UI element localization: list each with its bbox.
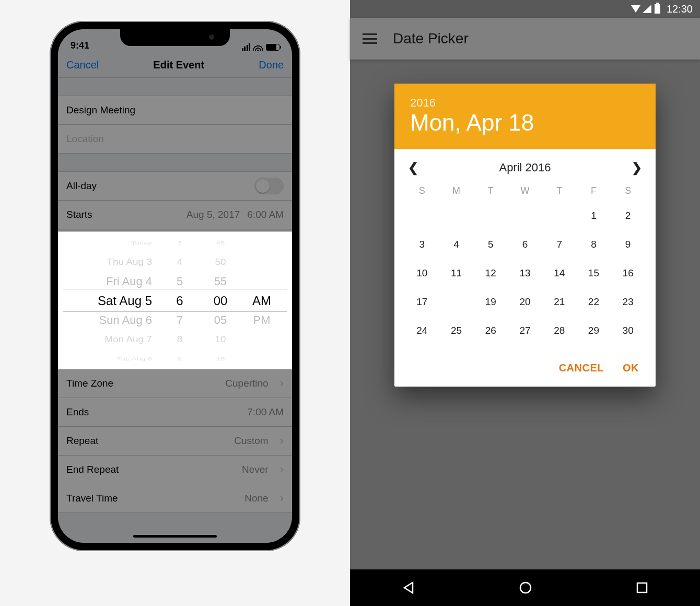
picker-option[interactable]: 45 bbox=[216, 237, 225, 248]
wifi-icon bbox=[631, 5, 640, 13]
picker-ampm-wheel[interactable]: AMPM bbox=[243, 232, 281, 369]
picker-option[interactable]: Thu Aug 3 bbox=[107, 253, 152, 270]
calendar-day[interactable]: 12 bbox=[473, 259, 508, 288]
picker-option[interactable]: 9 bbox=[178, 353, 182, 364]
android-nav-bar bbox=[350, 569, 700, 606]
picker-date-wheel[interactable]: TodayThu Aug 3Fri Aug 4Sat Aug 5Sun Aug … bbox=[69, 232, 161, 369]
picker-option[interactable]: 15 bbox=[216, 353, 225, 364]
android-app-bar: Date Picker bbox=[350, 18, 700, 60]
android-status-time: 12:30 bbox=[667, 3, 693, 15]
repeat-row[interactable]: Repeat Custom› bbox=[58, 427, 292, 455]
picker-option[interactable]: 05 bbox=[214, 310, 227, 330]
calendar-day[interactable]: 27 bbox=[508, 317, 542, 345]
calendar-day[interactable]: 29 bbox=[577, 317, 611, 345]
picker-option[interactable]: 8 bbox=[177, 331, 183, 347]
picker-hour-wheel[interactable]: 3456789 bbox=[161, 232, 198, 369]
calendar-day[interactable]: 26 bbox=[473, 317, 508, 345]
calendar-day[interactable]: 7 bbox=[542, 230, 577, 259]
calendar-day[interactable]: 28 bbox=[542, 317, 577, 345]
calendar-day[interactable]: 23 bbox=[611, 288, 645, 317]
picker-option[interactable]: Today bbox=[131, 237, 152, 248]
ends-value: 7:00 AM bbox=[247, 406, 284, 418]
calendar-day[interactable]: 15 bbox=[577, 259, 611, 288]
picker-option[interactable]: PM bbox=[253, 310, 271, 330]
calendar-day[interactable]: 2 bbox=[611, 202, 645, 230]
calendar-day[interactable]: 16 bbox=[611, 259, 645, 288]
picker-option[interactable]: 10 bbox=[215, 331, 226, 347]
repeat-label: Repeat bbox=[66, 435, 234, 447]
picker-minute-wheel[interactable]: 45505500051015 bbox=[198, 232, 243, 369]
calendar-day[interactable]: 4 bbox=[439, 230, 474, 259]
calendar-day[interactable]: 13 bbox=[508, 259, 542, 288]
calendar-day[interactable]: 10 bbox=[405, 259, 439, 288]
dialog-header: 2016 Mon, Apr 18 bbox=[394, 84, 656, 149]
chevron-right-icon: › bbox=[276, 377, 284, 390]
picker-option[interactable]: 6 bbox=[176, 291, 183, 310]
location-field[interactable]: Location bbox=[58, 125, 292, 153]
calendar-grid: 1234567891011121314151617181920212223242… bbox=[405, 202, 645, 345]
weekday-label: W bbox=[508, 180, 542, 202]
prev-month-button[interactable]: ❮ bbox=[408, 160, 418, 175]
picker-option[interactable]: 00 bbox=[214, 291, 228, 310]
calendar-day[interactable]: 5 bbox=[473, 230, 508, 259]
picker-option[interactable]: 7 bbox=[177, 310, 183, 330]
picker-option[interactable]: Sat Aug 5 bbox=[98, 291, 152, 310]
ends-row[interactable]: Ends 7:00 AM bbox=[58, 398, 292, 426]
calendar-day[interactable]: 14 bbox=[542, 259, 577, 288]
calendar-day[interactable]: 25 bbox=[439, 317, 474, 345]
end-repeat-value: Never bbox=[242, 464, 269, 475]
timezone-label: Time Zone bbox=[66, 378, 225, 389]
end-repeat-row[interactable]: End Repeat Never› bbox=[58, 456, 292, 484]
calendar-day[interactable]: 8 bbox=[577, 230, 611, 259]
back-icon[interactable] bbox=[401, 580, 416, 595]
iphone-frame: 9:41 Cancel Edit Event Done bbox=[50, 21, 300, 551]
picker-option[interactable]: 50 bbox=[215, 253, 226, 270]
home-icon[interactable] bbox=[518, 580, 533, 595]
calendar-day[interactable]: 3 bbox=[405, 230, 439, 259]
timezone-row[interactable]: Time Zone Cupertino› bbox=[58, 369, 292, 398]
picker-option[interactable]: Fri Aug 4 bbox=[106, 272, 152, 291]
svg-rect-1 bbox=[637, 583, 647, 592]
picker-option[interactable]: Mon Aug 7 bbox=[104, 331, 152, 347]
chevron-right-icon: › bbox=[276, 463, 284, 476]
calendar-day[interactable]: 24 bbox=[405, 317, 439, 345]
picker-option[interactable]: Tue Aug 8 bbox=[116, 353, 152, 364]
calendar-day[interactable]: 9 bbox=[611, 230, 645, 259]
calendar-empty-cell bbox=[542, 202, 577, 230]
picker-option[interactable]: 5 bbox=[177, 272, 183, 291]
chevron-right-icon: › bbox=[276, 434, 284, 448]
calendar-day[interactable]: 1 bbox=[577, 202, 611, 230]
cancel-button[interactable]: CANCEL bbox=[559, 362, 604, 374]
calendar-day[interactable]: 19 bbox=[473, 288, 508, 317]
calendar-day[interactable]: 30 bbox=[611, 317, 645, 345]
calendar-empty-cell bbox=[439, 202, 474, 230]
event-title-field[interactable]: Design Meeting bbox=[58, 96, 292, 124]
travel-time-row[interactable]: Travel Time None› bbox=[58, 484, 292, 512]
timezone-value: Cupertino bbox=[225, 378, 268, 389]
calendar-day[interactable]: 21 bbox=[542, 288, 577, 317]
starts-row[interactable]: Starts Aug 5, 2017 6:00 AM bbox=[58, 201, 292, 229]
ok-button[interactable]: OK bbox=[623, 362, 639, 374]
calendar-day[interactable]: 11 bbox=[439, 259, 474, 288]
calendar-day[interactable]: 17 bbox=[405, 288, 439, 317]
calendar-day[interactable]: 20 bbox=[508, 288, 542, 317]
header-year[interactable]: 2016 bbox=[410, 96, 640, 110]
picker-option[interactable]: Sun Aug 6 bbox=[99, 310, 152, 330]
picker-option[interactable]: 4 bbox=[177, 253, 183, 270]
calendar-day[interactable]: 22 bbox=[577, 288, 611, 317]
hamburger-icon[interactable] bbox=[363, 33, 377, 44]
header-date[interactable]: Mon, Apr 18 bbox=[410, 110, 640, 136]
picker-option[interactable]: 55 bbox=[214, 272, 227, 291]
calendar-day[interactable]: 6 bbox=[508, 230, 542, 259]
home-indicator[interactable] bbox=[133, 535, 217, 538]
picker-option[interactable]: 3 bbox=[178, 237, 182, 248]
calendar-day[interactable]: 18 bbox=[439, 288, 474, 317]
next-month-button[interactable]: ❯ bbox=[632, 160, 642, 175]
recent-apps-icon[interactable] bbox=[635, 581, 649, 595]
datetime-picker[interactable]: TodayThu Aug 3Fri Aug 4Sat Aug 5Sun Aug … bbox=[58, 232, 292, 369]
allday-toggle[interactable] bbox=[254, 178, 284, 194]
ios-example-panel: 9:41 Cancel Edit Event Done bbox=[0, 0, 350, 606]
cancel-button[interactable]: Cancel bbox=[66, 59, 99, 71]
picker-option[interactable]: AM bbox=[252, 291, 271, 310]
done-button[interactable]: Done bbox=[259, 59, 284, 71]
